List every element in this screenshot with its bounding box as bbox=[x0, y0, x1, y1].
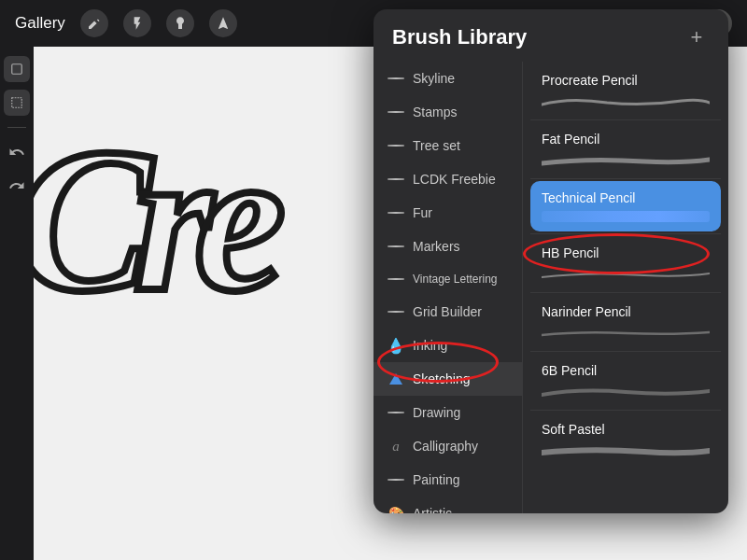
category-icon-skyline bbox=[387, 72, 405, 85]
category-list: Skyline Stamps Tree set LCDK Freebie Fur… bbox=[374, 62, 523, 513]
category-icon-markers bbox=[387, 240, 405, 253]
brush-library-title: Brush Library bbox=[392, 25, 527, 49]
category-item-drawing[interactable]: Drawing bbox=[374, 396, 522, 429]
category-label-painting: Painting bbox=[413, 472, 460, 487]
category-label-lcdk: LCDK Freebie bbox=[413, 172, 496, 187]
undo-button[interactable] bbox=[4, 139, 30, 165]
category-icon-grid bbox=[387, 305, 405, 318]
brush-item-procreate-pencil[interactable]: Procreate Pencil bbox=[530, 63, 721, 118]
drop-shape: 💧 bbox=[387, 337, 405, 355]
category-icon-lcdk bbox=[387, 173, 405, 186]
brush-item-6b-pencil[interactable]: 6B Pencil bbox=[530, 354, 721, 408]
triangle-icon bbox=[389, 373, 402, 385]
category-item-lcdk[interactable]: LCDK Freebie bbox=[374, 162, 522, 196]
brush-library-header: Brush Library + bbox=[374, 9, 728, 62]
brush-stroke-narinder bbox=[542, 325, 710, 340]
svg-rect-0 bbox=[12, 64, 22, 75]
category-item-vintage[interactable]: Vintage Lettering bbox=[374, 263, 522, 295]
category-item-stamps[interactable]: Stamps bbox=[374, 95, 522, 129]
wrench-icon[interactable] bbox=[80, 9, 108, 37]
redo-button[interactable] bbox=[4, 173, 30, 199]
category-icon-drawing bbox=[387, 406, 405, 419]
transform-tool[interactable] bbox=[4, 56, 30, 82]
brush-name-procreate: Procreate Pencil bbox=[542, 73, 710, 88]
separator-3 bbox=[530, 233, 721, 234]
selection-tool[interactable] bbox=[4, 90, 30, 116]
category-icon-stamps bbox=[387, 105, 405, 119]
brush-stroke-6b bbox=[542, 384, 710, 399]
lightning-icon[interactable] bbox=[123, 9, 151, 37]
category-item-inking[interactable]: 💧 Inking bbox=[374, 329, 522, 362]
s-icon[interactable] bbox=[166, 9, 194, 37]
category-icon-inking: 💧 bbox=[387, 339, 405, 352]
separator-1 bbox=[530, 119, 721, 120]
separator-6 bbox=[530, 410, 721, 411]
brush-stroke-soft-pastel bbox=[542, 442, 710, 457]
brush-stroke-procreate bbox=[542, 93, 710, 108]
category-item-fur[interactable]: Fur bbox=[374, 196, 522, 230]
category-label-tree-set: Tree set bbox=[413, 138, 460, 153]
category-label-calligraphy: Calligraphy bbox=[413, 439, 478, 454]
category-item-skyline[interactable]: Skyline bbox=[374, 62, 522, 95]
separator-2 bbox=[530, 178, 721, 179]
category-label-artistic: Artistic bbox=[413, 506, 452, 513]
separator-4 bbox=[530, 292, 721, 293]
brush-library-panel: Brush Library + Skyline Stamps Tree set … bbox=[374, 9, 728, 513]
brush-name-technical: Technical Pencil bbox=[542, 190, 710, 205]
category-icon-artistic: 🎨 bbox=[387, 507, 405, 513]
category-icon-sketching bbox=[387, 372, 405, 385]
add-brush-button[interactable]: + bbox=[684, 24, 710, 50]
brush-item-narinder-pencil[interactable]: Narinder Pencil bbox=[530, 295, 721, 349]
left-sidebar bbox=[0, 47, 34, 560]
category-item-painting[interactable]: Painting bbox=[374, 463, 522, 497]
brush-item-fat-pencil[interactable]: Fat Pencil bbox=[530, 122, 721, 176]
navigate-icon[interactable] bbox=[209, 9, 237, 37]
category-label-markers: Markers bbox=[413, 239, 460, 254]
category-label-stamps: Stamps bbox=[413, 105, 457, 119]
category-label-grid: Grid Builder bbox=[413, 304, 482, 319]
brush-stroke-fat bbox=[542, 152, 710, 167]
category-icon-fur bbox=[387, 206, 405, 219]
category-item-markers[interactable]: Markers bbox=[374, 230, 522, 263]
brush-list: Procreate Pencil Fat Pencil Technical Pe… bbox=[523, 62, 728, 513]
category-label-drawing: Drawing bbox=[413, 405, 460, 420]
canvas-lettering: Cre bbox=[34, 103, 267, 339]
category-item-tree-set[interactable]: Tree set bbox=[374, 129, 522, 162]
category-item-calligraphy[interactable]: a Calligraphy bbox=[374, 429, 522, 463]
palette-icon: 🎨 bbox=[388, 506, 404, 513]
category-item-artistic[interactable]: 🎨 Artistic bbox=[374, 497, 522, 513]
brush-stroke-hb bbox=[542, 266, 710, 281]
brush-item-technical-pencil[interactable]: Technical Pencil bbox=[530, 181, 721, 231]
category-label-fur: Fur bbox=[413, 205, 432, 220]
category-label-sketching: Sketching bbox=[413, 371, 470, 386]
brush-item-soft-pastel[interactable]: Soft Pastel bbox=[530, 413, 721, 467]
category-label-skyline: Skyline bbox=[413, 71, 455, 86]
separator-5 bbox=[530, 351, 721, 352]
brush-name-6b: 6B Pencil bbox=[542, 363, 710, 378]
category-icon-painting bbox=[387, 473, 405, 486]
category-icon-calligraphy: a bbox=[387, 440, 405, 453]
brush-name-fat: Fat Pencil bbox=[542, 132, 710, 147]
brush-stroke-technical bbox=[542, 211, 710, 222]
sidebar-divider-1 bbox=[7, 127, 26, 128]
brush-panel-body: Skyline Stamps Tree set LCDK Freebie Fur… bbox=[374, 62, 728, 513]
toolbar-left: Gallery bbox=[15, 9, 237, 37]
category-item-grid[interactable]: Grid Builder bbox=[374, 295, 522, 329]
category-icon-vintage bbox=[387, 273, 405, 286]
brush-item-hb-pencil[interactable]: HB Pencil bbox=[530, 236, 721, 290]
gallery-button[interactable]: Gallery bbox=[15, 14, 65, 33]
category-label-vintage: Vintage Lettering bbox=[413, 273, 498, 286]
a-icon: a bbox=[392, 439, 400, 455]
brush-name-hb: HB Pencil bbox=[542, 245, 710, 260]
brush-name-soft-pastel: Soft Pastel bbox=[542, 422, 710, 437]
category-item-sketching[interactable]: Sketching bbox=[374, 362, 522, 396]
category-label-inking: Inking bbox=[413, 338, 447, 353]
category-icon-tree-set bbox=[387, 139, 405, 152]
brush-name-narinder: Narinder Pencil bbox=[542, 304, 710, 319]
